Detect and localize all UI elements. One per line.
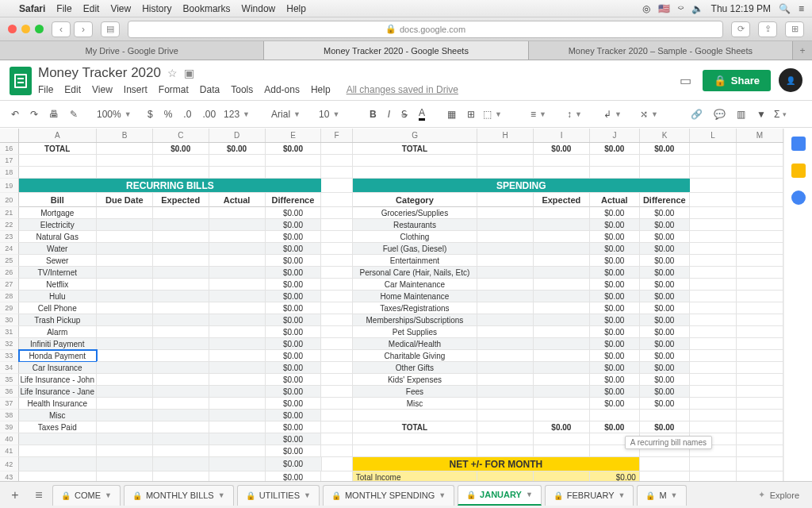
cell[interactable]	[19, 155, 97, 167]
cell[interactable]: $0.00	[640, 386, 690, 398]
cell[interactable]: $0.00	[266, 374, 322, 386]
cell[interactable]	[153, 155, 209, 167]
row-number[interactable]: 36	[0, 386, 19, 398]
cell[interactable]	[690, 374, 737, 386]
cell[interactable]	[737, 362, 783, 374]
cell[interactable]	[97, 350, 153, 362]
row-number[interactable]: 27	[0, 279, 19, 291]
cell[interactable]	[690, 207, 737, 219]
cell[interactable]	[477, 421, 534, 433]
cell[interactable]: TOTAL	[19, 143, 97, 155]
cell[interactable]: $0.00	[266, 267, 322, 279]
cell[interactable]: $0.00	[590, 267, 640, 279]
cell[interactable]	[640, 410, 690, 421]
cell[interactable]: $0.00	[266, 457, 322, 471]
cell[interactable]	[209, 267, 266, 279]
cell[interactable]	[209, 231, 266, 243]
filter-button[interactable]: ▼	[753, 107, 769, 121]
cell[interactable]	[209, 410, 266, 421]
cell[interactable]	[534, 374, 590, 386]
cell[interactable]	[153, 207, 209, 219]
cell[interactable]	[690, 386, 737, 398]
cell[interactable]	[19, 445, 97, 457]
cell[interactable]: $0.00	[640, 291, 690, 302]
cell[interactable]: Life Insurance - Jane	[19, 386, 97, 398]
cell[interactable]	[534, 314, 590, 326]
cell[interactable]: $0.00	[640, 374, 690, 386]
cell[interactable]	[209, 471, 266, 481]
cell[interactable]	[153, 338, 209, 350]
cell[interactable]	[690, 231, 737, 243]
chevron-down-icon[interactable]: ▼	[619, 491, 626, 499]
cell[interactable]: $0.00	[640, 279, 690, 291]
increase-decimal-button[interactable]: .00	[199, 107, 219, 121]
cell[interactable]	[534, 219, 590, 231]
cell[interactable]	[97, 421, 153, 433]
cell[interactable]	[97, 374, 153, 386]
insert-chart-button[interactable]: ▥	[733, 107, 749, 121]
cell[interactable]: $0.00	[640, 243, 690, 255]
move-icon[interactable]: ▣	[184, 67, 194, 79]
cell[interactable]: Actual	[590, 193, 640, 207]
cell[interactable]: Taxes/Registrations	[353, 302, 477, 314]
row-number[interactable]: 26	[0, 267, 19, 279]
row-number[interactable]: 37	[0, 398, 19, 410]
cell[interactable]	[97, 155, 153, 167]
cell[interactable]	[321, 179, 352, 193]
close-icon[interactable]	[8, 25, 17, 33]
sheet-tab[interactable]: 🔒MONTHLY BILLS▼	[124, 485, 234, 506]
cell[interactable]	[737, 386, 783, 398]
cell[interactable]	[321, 386, 352, 398]
row-number[interactable]: 19	[0, 179, 19, 193]
row-number[interactable]: 30	[0, 314, 19, 326]
cell[interactable]	[209, 433, 266, 445]
cell[interactable]	[477, 398, 534, 410]
cell[interactable]	[153, 267, 209, 279]
cell[interactable]	[153, 350, 209, 362]
cell[interactable]	[19, 433, 97, 445]
cell[interactable]	[534, 167, 590, 179]
cell[interactable]: $0.00	[590, 421, 640, 433]
cell[interactable]: Due Date	[97, 193, 153, 207]
paint-format-button[interactable]: ✎	[67, 107, 81, 121]
cell[interactable]	[209, 398, 266, 410]
row-number[interactable]: 16	[0, 143, 19, 155]
cell[interactable]	[690, 255, 737, 267]
cell[interactable]	[97, 457, 153, 471]
col-header[interactable]: M	[737, 129, 783, 142]
browser-tab[interactable]: My Drive - Google Drive	[0, 41, 264, 60]
cell[interactable]: Hulu	[19, 291, 97, 302]
cell[interactable]	[353, 167, 477, 179]
cell[interactable]	[690, 143, 737, 155]
cell[interactable]	[477, 243, 534, 255]
cell[interactable]	[690, 291, 737, 302]
cell[interactable]	[321, 374, 352, 386]
cell[interactable]	[209, 362, 266, 374]
cell[interactable]	[477, 143, 534, 155]
autocomplete-suggestion[interactable]: A recurring bill names	[625, 436, 712, 449]
menu-view[interactable]: View	[110, 3, 131, 14]
cell[interactable]: Bill	[19, 193, 97, 207]
cell[interactable]: Natural Gas	[19, 231, 97, 243]
cell[interactable]	[690, 398, 737, 410]
col-header[interactable]: D	[209, 129, 266, 142]
cell[interactable]	[321, 445, 352, 457]
cell[interactable]	[97, 267, 153, 279]
cell[interactable]	[737, 398, 783, 410]
cell[interactable]	[153, 433, 209, 445]
row-number[interactable]: 33	[0, 350, 19, 362]
cell[interactable]	[321, 155, 352, 167]
merge-button[interactable]: ⬚▼	[483, 109, 515, 120]
forward-button[interactable]: ›	[74, 21, 93, 37]
cell[interactable]	[153, 219, 209, 231]
cell[interactable]	[477, 255, 534, 267]
h-align-button[interactable]: ≡▼	[530, 109, 562, 120]
cell[interactable]: $0.00	[266, 255, 322, 267]
cell[interactable]	[737, 350, 783, 362]
cell[interactable]	[477, 314, 534, 326]
cell[interactable]: Actual	[209, 193, 266, 207]
sheet-tab[interactable]: 🔒COME▼	[52, 485, 121, 506]
cell[interactable]	[737, 338, 783, 350]
cell[interactable]	[97, 219, 153, 231]
zoom-select[interactable]: 100%▼	[97, 109, 128, 120]
